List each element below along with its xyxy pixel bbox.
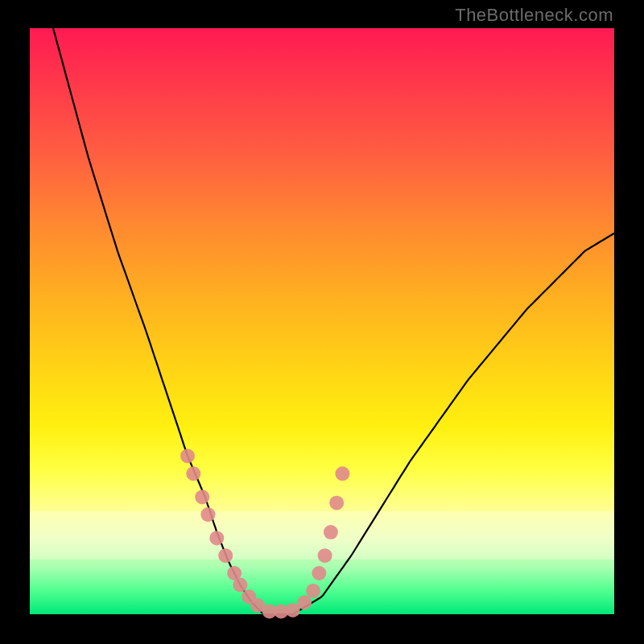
- marker-dot: [312, 566, 326, 580]
- chart-svg: [30, 28, 614, 614]
- watermark-text: TheBottleneck.com: [455, 5, 613, 26]
- marker-dot: [306, 584, 320, 598]
- marker-dot: [180, 448, 195, 463]
- marker-dot: [195, 489, 209, 504]
- marker-dot: [335, 466, 349, 481]
- marker-dot: [186, 466, 200, 481]
- marker-dot: [233, 578, 247, 592]
- marker-dot: [318, 548, 332, 563]
- marker-dot: [200, 507, 215, 522]
- marker-dot: [329, 496, 344, 510]
- marker-dot: [209, 530, 224, 545]
- marker-dot: [324, 525, 338, 539]
- marker-dot: [218, 548, 233, 563]
- outer-frame: TheBottleneck.com: [0, 0, 644, 644]
- marker-dot: [297, 595, 312, 609]
